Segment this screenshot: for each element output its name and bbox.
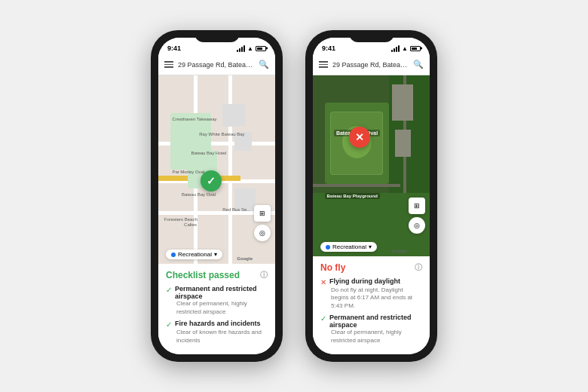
time-left: 9:41 xyxy=(167,44,181,52)
hamburger-right[interactable] xyxy=(319,61,328,68)
check-title-0-right: Flying during daylight xyxy=(329,277,400,285)
info-icon-left[interactable]: ⓘ xyxy=(260,270,268,280)
check-title-0-left: Permanent and restricted airspace xyxy=(175,285,268,300)
chevron-left: ▾ xyxy=(214,251,217,258)
check-item-1-right: ✓ Permanent and restricted airspace Clea… xyxy=(320,314,422,345)
area-label-redbus: Red Bus Se... xyxy=(222,207,250,212)
phone-right: 9:41 ▲ xyxy=(305,30,437,362)
checklist-panel-left: Checklist passed ⓘ ✓ Permanent and restr… xyxy=(158,264,275,354)
check-icon-green-1-right: ✓ xyxy=(320,314,326,323)
check-title-1-left: Fire hazards and incidents xyxy=(175,320,261,327)
area-label-caltex: Caltex xyxy=(184,222,197,227)
time-right: 9:41 xyxy=(322,44,335,52)
status-icons-left: ▲ xyxy=(237,45,266,52)
info-icon-right[interactable]: ⓘ xyxy=(415,262,422,273)
map-area-left[interactable]: Cresthaven Takeaway Ray White Bateau Bay… xyxy=(158,75,275,264)
notch-right xyxy=(349,30,394,42)
checklist-title-left: Checklist passed ⓘ xyxy=(166,270,268,280)
google-logo-right: Google xyxy=(391,249,407,253)
category-label-left: Recreational xyxy=(178,251,212,258)
google-logo-left: Google xyxy=(237,256,253,261)
signal-bars-right xyxy=(391,45,400,52)
status-icons-right: ▲ xyxy=(391,45,421,52)
check-desc-0-left: Clear of permanent, highly restricted ai… xyxy=(176,300,268,316)
check-item-1-left: ✓ Fire hazards and incidents Clear of kn… xyxy=(166,320,268,345)
check-title-1-right: Permanent and restricted airspace xyxy=(329,314,422,329)
screen-left: 9:41 ▲ xyxy=(158,38,275,354)
search-bar-right[interactable]: 29 Passage Rd, Bateau Bay NSW... 🔍 xyxy=(313,54,430,75)
category-chip-left[interactable]: Recreational ▾ xyxy=(166,250,222,259)
check-desc-0-right: Do not fly at night. Daylight begins at … xyxy=(331,286,422,310)
notch-left xyxy=(194,30,240,42)
check-icon-red-0-right: ✕ xyxy=(320,278,326,286)
location-btn-right[interactable]: ◎ xyxy=(409,217,425,234)
layers-btn-right[interactable]: ⊞ xyxy=(409,198,425,214)
area-label-bateau: Bateau Bay Oval xyxy=(182,192,216,197)
search-bar-left[interactable]: 29 Passage Rd, Bateau Bay NSW... 🔍 xyxy=(158,54,275,75)
nofly-title-right: No fly ⓘ xyxy=(320,262,422,273)
check-icon-green-1-left: ✓ xyxy=(166,320,172,329)
search-text-right: 29 Passage Rd, Bateau Bay NSW... xyxy=(332,61,409,69)
pin-right: ✕ xyxy=(349,127,370,148)
phones-container: 9:41 ▲ xyxy=(151,30,437,362)
check-item-0-left: ✓ Permanent and restricted airspace Clea… xyxy=(166,285,268,316)
location-btn-left[interactable]: ◎ xyxy=(254,225,271,241)
battery-icon-right xyxy=(410,46,421,51)
battery-icon-left xyxy=(256,46,266,51)
search-icon-right[interactable]: 🔍 xyxy=(413,60,424,69)
map-area-right[interactable]: Bateau Bay Oval Bateau Bay Playground ✕ … xyxy=(313,75,430,256)
map-controls-right: ⊞ ◎ xyxy=(409,198,425,234)
check-desc-1-right: Clear of permanent, highly restricted ai… xyxy=(331,329,422,345)
signal-bars-left xyxy=(237,45,245,52)
area-label-foresters: Foresters Beach xyxy=(164,217,198,222)
area-label-cresthaven: Cresthaven Takeaway xyxy=(173,117,217,121)
layers-btn-left[interactable]: ⊞ xyxy=(254,205,271,222)
pin-left: ✓ xyxy=(201,170,222,191)
screen-right: 9:41 ▲ xyxy=(313,38,430,354)
area-label-hotel: Bateau Bay Hotel xyxy=(191,151,226,155)
bateau-playground-label: Bateau Bay Playground xyxy=(325,193,380,199)
check-icon-green-0-left: ✓ xyxy=(166,286,172,294)
check-desc-1-left: Clear of known fire hazards and incident… xyxy=(176,329,268,345)
checklist-panel-right: No fly ⓘ ✕ Flying during daylight Do not… xyxy=(313,256,430,354)
search-icon-left[interactable]: 🔍 xyxy=(259,60,269,69)
wifi-icon-left: ▲ xyxy=(247,45,253,52)
area-label-raywhite: Ray White Bateau Bay xyxy=(199,132,244,136)
map-controls-left: ⊞ ◎ xyxy=(254,205,271,241)
search-text-left: 29 Passage Rd, Bateau Bay NSW... xyxy=(178,61,254,69)
hamburger-left[interactable] xyxy=(164,61,173,68)
wifi-icon-right: ▲ xyxy=(402,45,408,52)
category-label-right: Recreational xyxy=(332,243,366,250)
phone-left: 9:41 ▲ xyxy=(151,30,283,362)
chevron-right: ▾ xyxy=(369,243,372,250)
check-item-0-right: ✕ Flying during daylight Do not fly at n… xyxy=(320,277,422,310)
category-chip-right[interactable]: Recreational ▾ xyxy=(320,242,377,252)
